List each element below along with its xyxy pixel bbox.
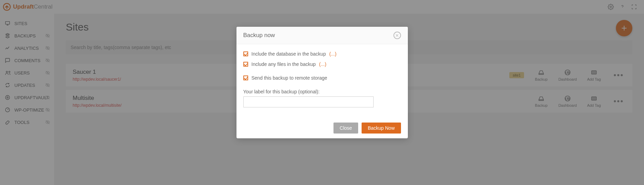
send-remote-checkbox[interactable] [243, 76, 248, 80]
include-database-checkbox[interactable] [243, 51, 248, 56]
send-remote-label: Send this backup to remote storage [252, 75, 327, 81]
include-files-label: Include any files in the backup [252, 61, 316, 67]
modal-title: Backup now [243, 32, 275, 39]
backup-label-caption: Your label for this backup (optional): [243, 89, 401, 94]
modal-overlay: Backup now ✕ Include the database in the… [0, 0, 644, 185]
close-button[interactable]: Close [333, 123, 358, 134]
modal-close-button[interactable]: ✕ [393, 32, 401, 39]
backup-now-modal: Backup now ✕ Include the database in the… [236, 27, 408, 138]
database-options-expand[interactable]: (...) [329, 51, 337, 57]
include-database-label: Include the database in the backup [252, 51, 326, 57]
include-files-checkbox[interactable] [243, 62, 248, 67]
backup-now-button[interactable]: Backup Now [362, 123, 401, 134]
files-options-expand[interactable]: (...) [319, 61, 326, 67]
backup-label-input[interactable] [243, 96, 374, 107]
